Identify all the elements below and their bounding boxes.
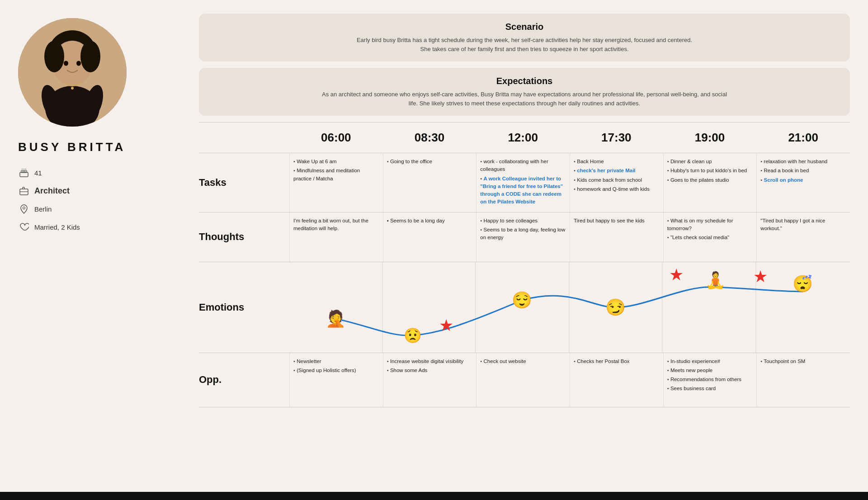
task-item: work - collaborating with her colleagues [480, 158, 566, 174]
left-panel: BUSY BRITTA 41 [18, 14, 181, 491]
opp-item: Sees business card [667, 385, 753, 392]
emotions-row: Emotions [199, 262, 850, 353]
opp-cell-1: Increase website digital visibility Show… [383, 353, 476, 407]
age-detail: 41 [18, 167, 80, 179]
thought-item: Seems to be a long day, feeling low on e… [480, 226, 566, 242]
expectations-box: Expectations As an architect and someone… [199, 68, 850, 116]
opp-item: In-studio experience# [667, 358, 753, 365]
star-2100: ★ [753, 267, 768, 286]
task-item-link: Scroll on phone [760, 176, 846, 184]
thoughts-label: Thoughts [199, 212, 289, 262]
emoji-1200: 😌 [512, 291, 532, 310]
thoughts-cell-5: "Tired but happy I got a nice workout." [756, 212, 850, 262]
svg-point-11 [71, 87, 74, 90]
thoughts-cell-2: Happy to see colleages Seems to be a lon… [476, 212, 570, 262]
thought-item: Happy to see colleages [480, 217, 566, 225]
tasks-cell-3: Back Home check's her private Mail Kids … [570, 153, 663, 212]
emoji-1730: 😏 [605, 298, 626, 317]
thoughts-cell-1: • Seems to be a long day [383, 212, 476, 262]
tasks-label: Tasks [199, 153, 289, 212]
emoji-0600: 🤦 [326, 309, 346, 328]
time-1730: 17:30 [570, 127, 663, 148]
thought-item: What is on my schedule for tomorrow? [667, 217, 753, 233]
occupation-icon [18, 185, 30, 197]
status-value: Married, 2 Kids [34, 223, 80, 231]
opp-item: Show some Ads [387, 367, 473, 374]
location-detail: Berlin [18, 203, 80, 215]
emoji-0830: 😟 [404, 327, 422, 344]
journey-table: 06:00 08:30 12:00 17:30 19:00 21:00 Task… [199, 122, 850, 491]
thoughts-row: Thoughts I'm feeling a bit worn out, but… [199, 212, 850, 262]
opp-cell-4: In-studio experience# Meets new people R… [663, 353, 757, 407]
location-icon [18, 203, 30, 215]
tasks-cell-1: Going to the office [383, 153, 476, 212]
persona-details: 41 Architect [18, 167, 80, 233]
tasks-row: Tasks Wake Up at 6 am Mindfulness and me… [199, 153, 850, 212]
opp-cell-3: Checks her Postal Box [570, 353, 663, 407]
task-item: Goes to the pilates studio [667, 176, 753, 184]
expectations-title: Expectations [212, 76, 836, 86]
page-wrapper: BUSY BRITTA 41 [0, 0, 868, 500]
occupation-detail: Architect [18, 185, 80, 197]
opp-item: Meets new people [667, 367, 753, 374]
age-value: 41 [34, 169, 42, 177]
time-1200: 12:00 [476, 127, 570, 148]
task-item: Mindfulness and meditation practice / Ma… [293, 167, 379, 183]
opp-cell-5: Touchpoint on SM [756, 353, 850, 407]
opp-item: Check out website [480, 358, 566, 365]
task-item: Hubby's turn to put kiddo's in bed [667, 167, 753, 175]
thoughts-cell-0: I'm feeling a bit worn out, but the medi… [289, 212, 383, 262]
expectations-text: As an architect and someone who enjoys s… [321, 90, 728, 108]
avatar [18, 18, 127, 127]
task-item: check's her private Mail [574, 167, 660, 175]
persona-name: BUSY BRITTA [18, 140, 126, 154]
time-0600: 06:00 [289, 127, 383, 148]
time-2100: 21:00 [756, 127, 850, 148]
task-item: Back Home [574, 158, 660, 165]
thought-item: "Lets check social media" [667, 234, 753, 241]
occupation-value: Architect [34, 186, 70, 196]
time-1900: 19:00 [663, 127, 757, 148]
opp-item: Newsletter [293, 358, 379, 365]
opp-item: Increase website digital visibility [387, 358, 473, 365]
opp-item: (Signed up Holistic offers) [293, 367, 379, 374]
status-icon [18, 221, 30, 233]
tasks-cell-4: Dinner & clean up Hubby's turn to put ki… [663, 153, 757, 212]
star-1200: ★ [439, 316, 453, 335]
opp-item: Checks her Postal Box [574, 358, 660, 365]
opp-cell-0: Newsletter (Signed up Holistic offers) [289, 353, 383, 407]
star-1900: ★ [669, 265, 684, 284]
task-item-highlight: A work Colleague invited her to "Bring a… [480, 175, 566, 206]
emotions-chart-area: 🤦 😟 ★ 😌 😏 ★ 🧘 [289, 262, 850, 353]
status-detail: Married, 2 Kids [18, 221, 80, 233]
task-item: Kids come back from school [574, 176, 660, 184]
header-empty-cell [199, 127, 289, 148]
task-item: Going to the office [387, 158, 473, 165]
opp-item: Recommendations from others [667, 376, 753, 383]
opp-cell-2: Check out website [476, 353, 570, 407]
svg-point-21 [23, 207, 25, 209]
time-0830: 08:30 [383, 127, 476, 148]
scenario-box: Scenario Early bird busy Britta has a ti… [199, 14, 850, 61]
emotions-label: Emotions [199, 262, 289, 353]
location-value: Berlin [34, 205, 52, 213]
svg-point-9 [64, 61, 68, 66]
tasks-cell-0: Wake Up at 6 am Mindfulness and meditati… [289, 153, 383, 212]
task-item: homework and Q-time with kids [574, 185, 660, 193]
svg-point-4 [80, 41, 100, 72]
emoji-1900: 🧘 [705, 271, 726, 290]
tasks-cell-5: relaxation with her husband Read a book … [756, 153, 850, 212]
opp-row: Opp. Newsletter (Signed up Holistic offe… [199, 353, 850, 407]
bottom-bar [0, 492, 868, 500]
scenario-title: Scenario [212, 22, 836, 32]
task-item: Wake Up at 6 am [293, 158, 379, 165]
tasks-cell-2: work - collaborating with her colleagues… [476, 153, 570, 212]
scenario-text: Early bird busy Britta has a tight sched… [321, 36, 728, 53]
opp-item: Touchpoint on SM [760, 358, 846, 365]
svg-point-3 [44, 41, 64, 72]
task-item: Dinner & clean up [667, 158, 753, 165]
right-panel: Scenario Early bird busy Britta has a ti… [199, 14, 850, 491]
emoji-2100: 😴 [793, 274, 813, 293]
svg-point-10 [76, 61, 81, 66]
thoughts-cell-3: Tired but happy to see the kids [570, 212, 663, 262]
